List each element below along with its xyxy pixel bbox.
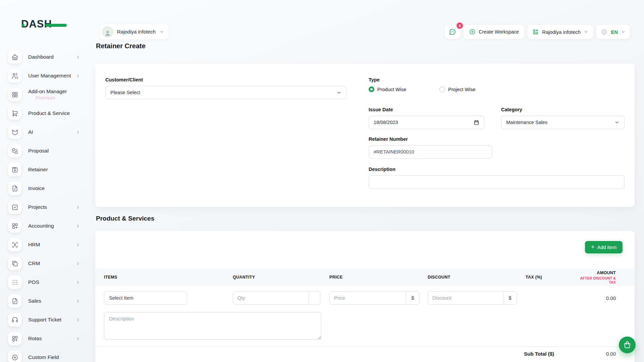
radio-selected-icon (369, 86, 374, 92)
sidebar-item-label: Custom Field (28, 354, 59, 360)
sidebar-item-label: AI (28, 129, 33, 135)
sidebar-item-user-management[interactable]: User Management (0, 66, 88, 85)
col-quantity: QUANTITY (233, 275, 329, 280)
sidebar-item-label: Proposal (28, 147, 49, 154)
chevron-right-icon (75, 261, 80, 266)
retainer-number-label: Retainer Number (369, 136, 492, 142)
chevron-right-icon (75, 280, 80, 285)
col-amount: AMOUNT AFTER DISCOUNT & TAX (574, 270, 626, 284)
price-input[interactable] (330, 292, 406, 304)
user-scan-icon (8, 238, 21, 251)
subtotal-value: 0.00 (574, 351, 626, 357)
issue-date-value: 18/08/2023 (374, 120, 398, 125)
topbar-actions: 0 Create Workspace Rajodiya infotech EN (445, 25, 630, 39)
type-radio-group: Product Wise Project Wise (369, 86, 625, 92)
products-table-card: + Add item ITEMS QUANTITY PRICE DISCOUNT… (95, 231, 635, 362)
retainer-number-field: Retainer Number (369, 136, 492, 159)
discount-input[interactable] (428, 292, 503, 304)
cart-fab-button[interactable] (619, 337, 636, 353)
category-select[interactable]: Maintenance Sales (501, 116, 625, 129)
file-icon (8, 182, 21, 195)
chevron-down-icon (584, 29, 588, 34)
sidebar-item-projects[interactable]: Projects (0, 198, 88, 217)
file-icon (8, 294, 21, 308)
retainer-number-input[interactable] (369, 145, 492, 159)
issue-date-field: Issue Date 18/08/2023 (369, 107, 484, 129)
sidebar-item-pos[interactable]: POS (0, 273, 88, 292)
company-name: Rajodiya infotech (542, 29, 581, 35)
dots-grid-icon (8, 276, 21, 289)
sidebar-item-custom-field[interactable]: Custom Field (0, 348, 88, 362)
category-field: Category Maintenance Sales (501, 107, 625, 129)
sidebar-item-dashboard[interactable]: Dashboard (0, 48, 88, 66)
description-textarea[interactable] (369, 175, 625, 189)
workspace-name: Rajodiya infotech (117, 29, 156, 35)
item-select-value: Select Item (109, 295, 133, 301)
products-section-title: Product & Services (96, 215, 154, 222)
discount-input-group: $ (428, 291, 517, 305)
chevron-right-icon (75, 205, 80, 210)
category-select-value: Maintenance Sales (506, 120, 547, 125)
customer-label: Customer/Client (105, 77, 346, 82)
workspace-avatar (102, 26, 113, 38)
workspace-switcher[interactable]: Rajodiya infotech (100, 24, 169, 39)
quantity-input[interactable] (233, 292, 309, 304)
quantity-stepper[interactable] (309, 292, 320, 304)
issue-date-input[interactable]: 18/08/2023 (369, 116, 484, 129)
item-description-textarea[interactable] (104, 312, 321, 340)
price-input-group: $ (329, 291, 420, 305)
create-workspace-button[interactable]: Create Workspace (464, 25, 524, 39)
chevron-right-icon (75, 242, 80, 247)
col-items: ITEMS (104, 275, 233, 280)
chat-badge: 0 (457, 22, 463, 29)
language-selector[interactable]: EN (596, 25, 630, 39)
issue-date-label: Issue Date (369, 107, 484, 112)
sidebar-item-retainer[interactable]: Retainer (0, 160, 88, 179)
col-price: PRICE (329, 275, 428, 280)
users-icon (8, 69, 21, 82)
sidebar-item-crm[interactable]: CRM (0, 254, 88, 273)
sidebar-item-label: Invoice (28, 185, 45, 191)
subtotal-row: Sub Total ($) 0.00 (95, 346, 635, 361)
amount-subheader: AFTER DISCOUNT & TAX (574, 276, 616, 284)
item-select[interactable]: Select Item (104, 291, 187, 305)
shopping-bag-icon (623, 341, 632, 349)
sidebar-item-hrm[interactable]: HRM (0, 235, 88, 254)
add-item-button[interactable]: + Add item (585, 241, 623, 253)
description-field: Description (369, 167, 625, 190)
sidebar-item-ai[interactable]: AI (0, 123, 88, 141)
item-description-row (95, 305, 635, 341)
sidebar-item-accounting[interactable]: Accounting (0, 217, 88, 235)
plus-icon: + (591, 244, 595, 250)
company-switcher[interactable]: Rajodiya infotech (528, 25, 593, 39)
grid-add-icon (8, 219, 21, 233)
sidebar-item-label: Rotas (28, 335, 42, 342)
sidebar-item-addon-manager[interactable]: Add-on ManagerPremium (0, 85, 88, 104)
cart-icon (8, 107, 21, 120)
sidebar-item-product-service[interactable]: Product & Service (0, 104, 88, 123)
sidebar-item-label: User Management (28, 72, 71, 79)
sidebar-item-rotas[interactable]: Rotas (0, 329, 88, 348)
sidebar-item-support-ticket[interactable]: Support Ticket (0, 310, 88, 329)
customer-select[interactable]: Please Select (105, 86, 346, 99)
row-amount: 0.00 (574, 295, 626, 301)
sidebar-item-proposal[interactable]: Proposal (0, 141, 88, 160)
sidebar-item-sales[interactable]: Sales (0, 292, 88, 310)
type-option-product-wise[interactable]: Product Wise (369, 86, 406, 92)
chat-icon (449, 28, 456, 36)
col-tax: TAX (%) (526, 275, 574, 280)
dash-logo[interactable]: DASH (21, 18, 68, 32)
table-row: Select Item $ $ (95, 286, 635, 305)
sidebar-item-invoice[interactable]: Invoice (0, 179, 88, 198)
type-option-project-wise[interactable]: Project Wise (439, 86, 475, 92)
chevron-down-icon (336, 90, 341, 95)
sidebar-menu: Dashboard User Management Add-on Manager… (0, 48, 88, 362)
retainer-form-card: Customer/Client Please Select Type Produ… (95, 64, 635, 207)
headset-icon (8, 313, 21, 326)
globe-icon (601, 28, 608, 36)
logo-green-dot (21, 24, 24, 27)
logo-green-bar (45, 24, 67, 27)
form-right-column: Type Product Wise Project Wise Issue Dat… (369, 77, 625, 190)
create-workspace-label: Create Workspace (479, 29, 519, 35)
messenger-button[interactable]: 0 (445, 25, 460, 39)
